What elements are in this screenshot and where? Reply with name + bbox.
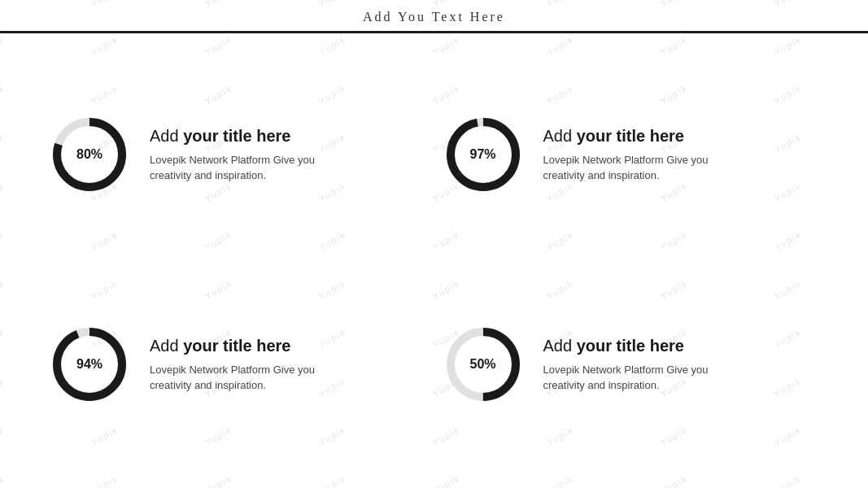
stat-text-1: Add your title here Lovepik Network Plat… [150, 126, 329, 184]
header-title: Add You Text Here [0, 10, 868, 24]
stat-title-3: Add your title here [150, 336, 329, 355]
donut-chart-2: 97% [443, 114, 524, 195]
donut-chart-4: 50% [443, 324, 524, 405]
donut-label-4: 50% [469, 357, 495, 372]
stat-text-4: Add your title here Lovepik Network Plat… [543, 336, 722, 394]
donut-label-2: 97% [469, 147, 495, 162]
donut-label-3: 94% [76, 357, 103, 372]
donut-label-1: 80% [76, 147, 103, 162]
stat-desc-2: Lovepik Network Platform Give you creati… [543, 152, 722, 184]
donut-chart-1: 80% [49, 114, 130, 195]
donut-chart-3: 94% [49, 324, 130, 405]
stat-text-3: Add your title here Lovepik Network Plat… [150, 336, 329, 394]
stats-grid: 80% Add your title here Lovepik Network … [0, 33, 868, 486]
stat-desc-1: Lovepik Network Platform Give you creati… [150, 152, 329, 184]
stat-title-1: Add your title here [150, 126, 329, 146]
stat-item-4: 50% Add your title here Lovepik Network … [443, 268, 820, 461]
stat-item-3: 94% Add your title here Lovepik Network … [49, 268, 426, 461]
stat-desc-3: Lovepik Network Platform Give you creati… [150, 362, 329, 394]
page-header: Add You Text Here [0, 0, 868, 33]
stat-text-2: Add your title here Lovepik Network Plat… [543, 126, 722, 184]
stat-title-4: Add your title here [543, 336, 722, 355]
stat-title-2: Add your title here [543, 126, 722, 146]
stat-item-1: 80% Add your title here Lovepik Network … [49, 58, 426, 251]
stat-item-2: 97% Add your title here Lovepik Network … [443, 58, 820, 251]
stat-desc-4: Lovepik Network Platform Give you creati… [543, 362, 722, 394]
